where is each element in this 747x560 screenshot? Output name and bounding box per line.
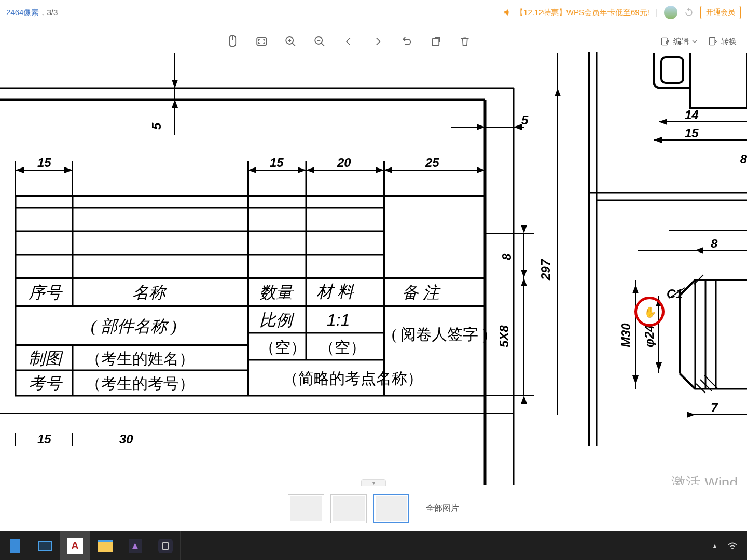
- pixel-dimension: 2464像素: [6, 8, 39, 18]
- svg-text:20: 20: [337, 156, 351, 170]
- edit-icon: [660, 36, 670, 47]
- svg-marker-49: [298, 167, 306, 173]
- tray-wifi-icon[interactable]: [727, 542, 738, 550]
- avatar[interactable]: [664, 6, 677, 19]
- thumbnail-2[interactable]: [330, 494, 367, 523]
- image-info: 2464像素 ，3/3: [6, 8, 58, 18]
- svg-rect-10: [432, 39, 439, 46]
- svg-text:名称: 名称: [132, 283, 168, 302]
- svg-text:15: 15: [37, 432, 51, 446]
- dim-top-5: 5: [149, 122, 163, 130]
- page-counter: ，3/3: [39, 8, 58, 18]
- convert-button[interactable]: 转换: [708, 36, 737, 47]
- svg-marker-52: [306, 167, 314, 173]
- chevron-down-icon: [692, 39, 697, 44]
- taskbar-start[interactable]: [0, 531, 30, 560]
- thumbnail-3[interactable]: [373, 494, 409, 523]
- svg-text:8: 8: [711, 236, 718, 250]
- svg-text:φ24: φ24: [642, 325, 656, 347]
- svg-marker-84: [659, 119, 667, 125]
- svg-marker-62: [521, 225, 527, 233]
- svg-text:30: 30: [119, 432, 133, 446]
- taskbar-explorer[interactable]: [90, 531, 120, 560]
- taskbar-taskview[interactable]: [30, 531, 60, 560]
- svg-text:25: 25: [425, 156, 439, 170]
- rotate-right-icon[interactable]: [428, 34, 444, 49]
- delete-icon[interactable]: [457, 34, 473, 49]
- svg-text:14: 14: [685, 108, 699, 122]
- promo-banner[interactable]: 【12.12特惠】WPS会员年卡低至69元!: [503, 8, 649, 18]
- svg-text:5X8: 5X8: [497, 325, 511, 347]
- taskbar-app-2[interactable]: [150, 531, 181, 560]
- thumbnail-strip: ▾ 全部图片: [0, 485, 747, 531]
- svg-rect-2: [257, 38, 266, 45]
- taskbar-app-1[interactable]: ▲: [120, 531, 150, 560]
- zoom-in-icon[interactable]: [283, 34, 298, 49]
- zoom-out-icon[interactable]: [312, 34, 327, 49]
- svg-text:( 阅卷人签字 ): ( 阅卷人签字 ): [392, 326, 488, 343]
- all-images-link[interactable]: 全部图片: [426, 503, 459, 514]
- svg-marker-45: [64, 167, 73, 173]
- svg-rect-12: [709, 38, 715, 45]
- svg-text:15: 15: [37, 156, 51, 170]
- svg-line-4: [292, 43, 295, 46]
- svg-marker-19: [172, 80, 178, 88]
- svg-text:数量: 数量: [259, 283, 294, 302]
- svg-text:比例: 比例: [259, 311, 295, 329]
- refresh-icon[interactable]: [684, 7, 694, 18]
- hand-cursor-icon: ✋: [644, 306, 657, 318]
- tray-chevron-icon[interactable]: ▲: [712, 542, 718, 550]
- next-icon[interactable]: [370, 34, 385, 49]
- svg-text:（简略的考点名称）: （简略的考点名称）: [283, 370, 423, 387]
- svg-marker-44: [16, 167, 24, 173]
- svg-text:（空）: （空）: [259, 339, 306, 356]
- svg-marker-68: [521, 396, 527, 404]
- svg-text:15: 15: [685, 126, 699, 140]
- prev-icon[interactable]: [341, 34, 356, 49]
- svg-marker-104: [632, 285, 639, 293]
- image-canvas[interactable]: 5 5: [0, 52, 747, 508]
- speaker-icon: [503, 8, 513, 17]
- svg-marker-108: [656, 298, 662, 306]
- taskbar-autocad[interactable]: A: [60, 531, 90, 560]
- edit-button[interactable]: 编辑: [660, 36, 697, 47]
- svg-text:15: 15: [270, 156, 284, 170]
- svg-text:考号: 考号: [29, 374, 63, 393]
- svg-text:8: 8: [740, 152, 747, 166]
- fullscreen-icon[interactable]: [254, 34, 269, 49]
- taskbar: A ▲ ▲: [0, 531, 747, 560]
- mouse-icon[interactable]: [225, 34, 240, 49]
- svg-text:( 部件名称 ): ( 部件名称 ): [91, 317, 176, 335]
- svg-marker-57: [384, 167, 392, 173]
- membership-button[interactable]: 开通会员: [700, 6, 741, 19]
- rotate-left-icon[interactable]: [399, 34, 414, 49]
- thumbnail-1[interactable]: [288, 494, 324, 523]
- svg-marker-92: [695, 247, 703, 254]
- convert-icon: [708, 36, 718, 47]
- svg-text:备 注: 备 注: [402, 283, 441, 302]
- svg-text:材 料: 材 料: [316, 282, 354, 301]
- strip-handle[interactable]: ▾: [361, 479, 386, 486]
- svg-marker-63: [521, 270, 527, 278]
- svg-marker-23: [514, 124, 522, 130]
- svg-text:M30: M30: [619, 323, 633, 347]
- toolbar: 编辑 转换: [0, 29, 747, 54]
- svg-text:制图: 制图: [29, 349, 63, 368]
- svg-text:297: 297: [538, 258, 552, 281]
- svg-marker-71: [555, 88, 561, 96]
- svg-text:（空）: （空）: [319, 339, 366, 356]
- svg-text:（考生的姓名）: （考生的姓名）: [86, 350, 195, 367]
- svg-marker-109: [656, 362, 662, 371]
- svg-marker-87: [654, 137, 662, 143]
- svg-text:C1: C1: [667, 287, 683, 301]
- svg-marker-48: [248, 167, 256, 173]
- svg-text:8: 8: [500, 253, 514, 260]
- svg-text:序号: 序号: [29, 283, 63, 302]
- svg-marker-112: [687, 412, 695, 418]
- svg-text:1:1: 1:1: [327, 311, 350, 329]
- svg-rect-81: [661, 57, 683, 83]
- svg-marker-105: [632, 375, 639, 384]
- svg-marker-53: [376, 167, 384, 173]
- dim-right-5: 5: [521, 113, 529, 127]
- svg-text:（考生的考号）: （考生的考号）: [86, 375, 195, 392]
